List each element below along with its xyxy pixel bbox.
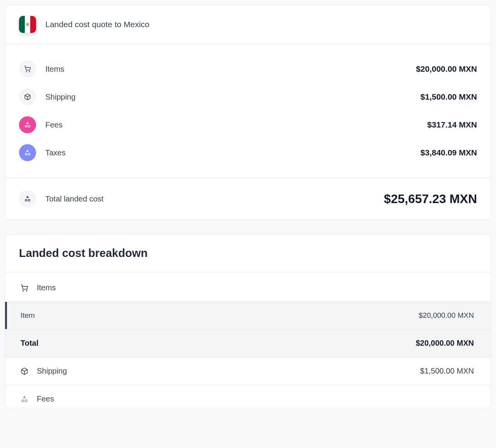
total-value: $25,657.23 MXN [384, 192, 477, 206]
svg-point-1 [29, 71, 30, 72]
breakdown-fees-label: Fees [37, 395, 54, 403]
svg-point-10 [26, 290, 27, 291]
breakdown-fees-row: Fees [5, 385, 491, 408]
svg-point-0 [26, 71, 27, 72]
breakdown-title: Landed cost breakdown [19, 247, 477, 260]
summary-label: Fees [45, 121, 418, 129]
summary-row-taxes: Taxes $3,840.09 MXN [19, 139, 477, 167]
summary-row-shipping: Shipping $1,500.00 MXN [19, 83, 477, 111]
breakdown-shipping-row: Shipping $1,500.00 MXN [5, 357, 491, 385]
summary-label: Items [45, 65, 406, 74]
breakdown-shipping-value: $1,500.00 MXN [420, 367, 474, 376]
summary-label: Shipping [45, 93, 411, 102]
summary-label: Taxes [45, 148, 411, 157]
shapes-icon [19, 144, 36, 161]
svg-rect-4 [28, 126, 30, 128]
cart-icon [19, 60, 36, 78]
breakdown-header: Landed cost breakdown [5, 234, 491, 272]
breakdown-item-row: Item $20,000.00 MXN [5, 302, 491, 329]
breakdown-total-value: $20,000.00 MXN [416, 339, 474, 348]
shapes-icon [19, 116, 36, 133]
summary-value: $3,840.09 MXN [420, 148, 477, 157]
svg-rect-6 [28, 153, 30, 155]
svg-point-3 [25, 126, 27, 128]
quote-title: Landed cost quote to Mexico [45, 20, 150, 29]
package-icon [21, 367, 28, 375]
svg-point-9 [23, 290, 24, 291]
package-icon [19, 88, 36, 105]
breakdown-row-label: Item [21, 311, 35, 320]
total-label: Total landed cost [45, 195, 375, 203]
breakdown-total-label: Total [21, 339, 38, 348]
summary-row-items: Items $20,000.00 MXN [19, 55, 477, 83]
breakdown-shipping-label: Shipping [37, 367, 67, 376]
breakdown-items-section: Items [5, 272, 491, 302]
svg-point-12 [22, 400, 24, 401]
mexico-flag-icon [19, 16, 36, 33]
quote-header: Landed cost quote to Mexico [5, 5, 491, 44]
svg-point-5 [25, 153, 27, 155]
svg-rect-8 [28, 200, 30, 202]
shapes-icon [21, 395, 28, 403]
cart-icon [21, 284, 28, 292]
summary-row-fees: Fees $317.14 MXN [19, 111, 477, 139]
shapes-icon [19, 190, 36, 207]
summary-value: $1,500.00 MXN [420, 92, 477, 102]
breakdown-card: Landed cost breakdown Items Item $20,000… [5, 234, 491, 408]
quote-card: Landed cost quote to Mexico Items $20,00… [5, 5, 491, 220]
breakdown-section-label: Items [37, 283, 56, 292]
svg-point-7 [25, 200, 27, 202]
summary-rows: Items $20,000.00 MXN Shipping $1,500.00 … [5, 44, 491, 178]
total-section: Total landed cost $25,657.23 MXN [5, 178, 491, 220]
summary-value: $317.14 MXN [427, 120, 477, 129]
svg-rect-13 [25, 400, 27, 401]
summary-value: $20,000.00 MXN [416, 64, 477, 74]
breakdown-row-value: $20,000.00 MXN [418, 311, 474, 320]
breakdown-total-row: Total $20,000.00 MXN [5, 329, 491, 357]
